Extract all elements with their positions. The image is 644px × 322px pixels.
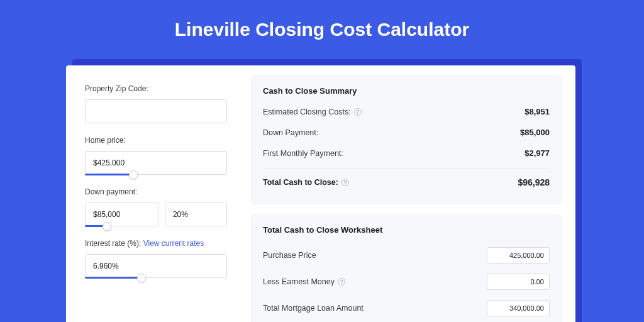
- summary-label-closing-costs: Estimated Closing Costs: ?: [263, 108, 362, 116]
- worksheet-card: Total Cash to Close Worksheet Purchase P…: [251, 214, 562, 322]
- down-payment-label: Down payment:: [85, 187, 227, 196]
- zip-input[interactable]: [85, 99, 227, 123]
- summary-value-closing-costs: $8,951: [525, 107, 550, 116]
- interest-input[interactable]: [85, 254, 227, 278]
- summary-title: Cash to Close Summary: [263, 86, 550, 96]
- worksheet-input-mortgage-loan[interactable]: [487, 300, 550, 316]
- worksheet-input-purchase-price[interactable]: [487, 247, 550, 264]
- worksheet-row-purchase-price: Purchase Price: [263, 247, 550, 274]
- page-title: Lineville Closing Cost Calculator: [0, 0, 644, 55]
- down-payment-field-group: Down payment:: [85, 187, 227, 226]
- worksheet-row-earnest-money: Less Earnest Money ?: [263, 274, 550, 300]
- inputs-panel: Property Zip Code: Home price: Down paym…: [66, 65, 241, 322]
- worksheet-row-mortgage-loan: Total Mortgage Loan Amount: [263, 300, 550, 322]
- results-panel: Cash to Close Summary Estimated Closing …: [241, 65, 575, 322]
- home-price-field-group: Home price:: [85, 136, 227, 175]
- calculator-card: Property Zip Code: Home price: Down paym…: [66, 65, 575, 322]
- interest-label: Interest rate (%): View current rates: [85, 239, 227, 248]
- down-payment-slider-wrap: [85, 203, 158, 226]
- summary-row-total: Total Cash to Close: ? $96,928: [263, 168, 550, 199]
- home-price-slider-track: [85, 174, 133, 175]
- worksheet-label-earnest-money: Less Earnest Money ?: [263, 277, 345, 286]
- summary-row-down-payment: Down Payment: $85,000: [263, 128, 550, 148]
- down-payment-slider-thumb[interactable]: [103, 222, 111, 231]
- worksheet-label-earnest-money-text: Less Earnest Money: [263, 277, 335, 286]
- summary-label-down-payment: Down Payment:: [263, 128, 318, 137]
- zip-label: Property Zip Code:: [85, 84, 227, 93]
- help-icon[interactable]: ?: [354, 108, 362, 116]
- down-payment-input[interactable]: [85, 203, 158, 226]
- summary-label-closing-costs-text: Estimated Closing Costs:: [263, 108, 351, 116]
- summary-value-first-payment: $2,977: [525, 148, 550, 158]
- home-price-label: Home price:: [85, 136, 227, 145]
- summary-label-total-text: Total Cash to Close:: [263, 178, 338, 187]
- help-icon[interactable]: ?: [341, 179, 349, 186]
- summary-label-total: Total Cash to Close: ?: [263, 178, 349, 187]
- zip-field-group: Property Zip Code:: [85, 84, 227, 123]
- summary-value-total: $96,928: [518, 177, 550, 187]
- worksheet-input-earnest-money[interactable]: [487, 274, 550, 290]
- summary-row-closing-costs: Estimated Closing Costs: ? $8,951: [263, 107, 550, 128]
- interest-slider-wrap: [85, 254, 227, 278]
- help-icon[interactable]: ?: [338, 278, 345, 286]
- interest-field-group: Interest rate (%): View current rates: [85, 239, 227, 278]
- interest-slider-thumb[interactable]: [137, 274, 146, 282]
- home-price-input[interactable]: [85, 151, 227, 175]
- home-price-slider-thumb[interactable]: [129, 170, 138, 179]
- home-price-slider-wrap: [85, 151, 227, 175]
- down-payment-pct-input[interactable]: [165, 203, 227, 226]
- worksheet-title: Total Cash to Close Worksheet: [263, 225, 550, 235]
- summary-value-down-payment: $85,000: [520, 128, 550, 137]
- worksheet-label-purchase-price: Purchase Price: [263, 251, 316, 260]
- summary-card: Cash to Close Summary Estimated Closing …: [251, 75, 562, 204]
- summary-label-first-payment: First Monthly Payment:: [263, 149, 343, 158]
- interest-slider-track: [85, 277, 142, 279]
- summary-row-first-payment: First Monthly Payment: $2,977: [263, 148, 550, 169]
- interest-label-text: Interest rate (%):: [85, 239, 141, 248]
- worksheet-label-mortgage-loan: Total Mortgage Loan Amount: [263, 304, 364, 313]
- view-rates-link[interactable]: View current rates: [143, 239, 204, 248]
